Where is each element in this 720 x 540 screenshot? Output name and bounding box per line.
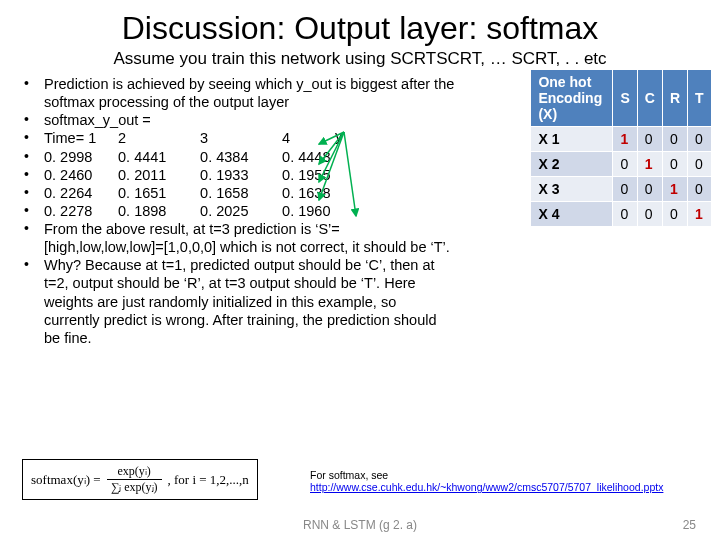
table-cell: 0 [662,127,687,152]
softmax-link[interactable]: http://www.cse.cuhk.edu.hk/~khwong/www2/… [310,481,663,493]
footer-text: RNN & LSTM (g 2. a) [0,518,720,532]
time-col-2: 3 [200,129,278,147]
r3c3: 0. 1638 [282,184,360,202]
r4c1: 0. 1898 [118,202,196,220]
left-column: Prediction is achieved by seeing which y… [10,75,455,347]
y-label: y [335,127,342,145]
bullet-list: Prediction is achieved by seeing which y… [10,75,455,347]
time-col-3: 4 [282,129,360,147]
table-row: X 11000 [531,127,712,152]
softmax-reference: For softmax, see http://www.cse.cuhk.edu… [310,469,690,494]
row-label: X 2 [531,152,613,177]
slide-title: Discussion: Output layer: softmax [0,0,720,47]
r1c0: 0. 2998 [44,148,114,166]
data-row-1: 0. 2998 0. 4441 0. 4384 0. 4448 [10,148,455,166]
formula-num: exp(yᵢ) [107,464,162,480]
time-col-0: Time= 1 [44,129,114,147]
row-label: X 4 [531,202,613,227]
table-cell: 1 [613,127,637,152]
data-row-4: 0. 2278 0. 1898 0. 2025 0. 1960 [10,202,455,220]
th-s: S [613,70,637,127]
r1c2: 0. 4384 [200,148,278,166]
r3c2: 0. 1658 [200,184,278,202]
time-header-row: Time= 1 2 3 4 [10,129,455,147]
r2c3: 0. 1955 [282,166,360,184]
th-c: C [637,70,662,127]
row-label: X 3 [531,177,613,202]
r4c0: 0. 2278 [44,202,114,220]
data-row-2: 0. 2460 0. 2011 0. 1933 0. 1955 [10,166,455,184]
table-row: X 30010 [531,177,712,202]
r2c2: 0. 1933 [200,166,278,184]
formula-lhs: softmax(yᵢ) = [31,472,101,488]
table-cell: 0 [613,202,637,227]
table-cell: 0 [637,177,662,202]
formula-den: ∑ⱼ exp(yⱼ) [107,480,162,495]
table-cell: 1 [662,177,687,202]
table-cell: 0 [688,127,712,152]
table-cell: 0 [662,152,687,177]
table-cell: 1 [688,202,712,227]
bullet-1: Prediction is achieved by seeing which y… [10,75,455,111]
table-row: X 20100 [531,152,712,177]
th-r: R [662,70,687,127]
content-area: Prediction is achieved by seeing which y… [0,69,720,347]
page-number: 25 [683,518,696,532]
bullet-8: From the above result, at t=3 prediction… [10,220,455,256]
bullet-2: softmax_y_out = [10,111,455,129]
softmax-formula: softmax(yᵢ) = exp(yᵢ) ∑ⱼ exp(yⱼ) , for i… [22,459,258,500]
r2c0: 0. 2460 [44,166,114,184]
r3c1: 0. 1651 [118,184,196,202]
bullet-9: Why? Because at t=1, predicted output sh… [10,256,455,347]
table-cell: 0 [637,202,662,227]
r3c0: 0. 2264 [44,184,114,202]
table-cell: 1 [637,152,662,177]
r2c1: 0. 2011 [118,166,196,184]
one-hot-table: One hot Encoding (X) S C R T X 11000X 20… [530,69,712,227]
table-cell: 0 [613,152,637,177]
data-row-3: 0. 2264 0. 1651 0. 1658 0. 1638 [10,184,455,202]
r4c2: 0. 2025 [200,202,278,220]
slide-subtitle: Assume you train this network using SCRT… [0,49,720,69]
row-label: X 1 [531,127,613,152]
th-t: T [688,70,712,127]
table-cell: 0 [688,152,712,177]
th-label: One hot Encoding (X) [531,70,613,127]
formula-fraction: exp(yᵢ) ∑ⱼ exp(yⱼ) [107,464,162,495]
time-col-1: 2 [118,129,196,147]
encoding-block: One hot Encoding (X) S C R T X 11000X 20… [530,69,712,227]
softmax-note-text: For softmax, see [310,469,388,481]
formula-tail: , for i = 1,2,...,n [168,472,249,488]
table-row: X 40001 [531,202,712,227]
table-cell: 0 [662,202,687,227]
r1c3: 0. 4448 [282,148,360,166]
r1c1: 0. 4441 [118,148,196,166]
table-cell: 0 [613,177,637,202]
table-header-row: One hot Encoding (X) S C R T [531,70,712,127]
r4c3: 0. 1960 [282,202,360,220]
table-cell: 0 [637,127,662,152]
table-cell: 0 [688,177,712,202]
